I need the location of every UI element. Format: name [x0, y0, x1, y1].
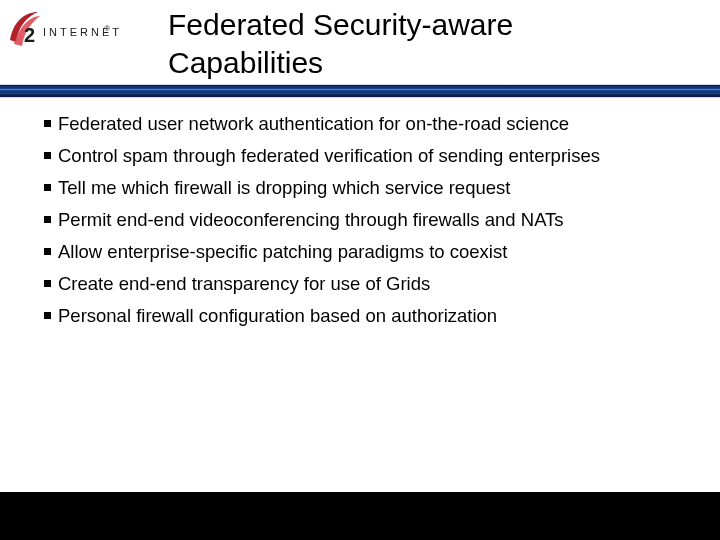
bullet-text: Control spam through federated verificat…: [58, 145, 600, 166]
logo-swoosh-icon: 2: [8, 10, 42, 50]
list-item: Permit end-end videoconferencing through…: [44, 208, 690, 232]
bullet-text: Federated user network authentication fo…: [58, 113, 569, 134]
header-divider-band: [0, 84, 720, 98]
list-item: Control spam through federated verificat…: [44, 144, 690, 168]
logo-mark: 2 INTERNET ®: [8, 10, 118, 50]
slide-title: Federated Security-aware Capabilities: [168, 6, 513, 82]
slide-header: 2 INTERNET ® Federated Security-aware Ca…: [0, 0, 720, 96]
svg-text:2: 2: [24, 24, 35, 46]
title-line-1: Federated Security-aware: [168, 8, 513, 41]
bullet-text: Personal firewall configuration based on…: [58, 305, 497, 326]
slide: 2 INTERNET ® Federated Security-aware Ca…: [0, 0, 720, 540]
list-item: Create end-end transparency for use of G…: [44, 272, 690, 296]
registered-icon: ®: [104, 24, 110, 33]
slide-body: Federated user network authentication fo…: [44, 112, 690, 336]
slide-footer-band: [0, 492, 720, 540]
internet2-logo: 2 INTERNET ®: [8, 10, 118, 50]
list-item: Allow enterprise-specific patching parad…: [44, 240, 690, 264]
logo-word: INTERNET: [43, 10, 122, 38]
bullet-text: Allow enterprise-specific patching parad…: [58, 241, 507, 262]
list-item: Personal firewall configuration based on…: [44, 304, 690, 328]
bullet-text: Create end-end transparency for use of G…: [58, 273, 430, 294]
bullet-text: Permit end-end videoconferencing through…: [58, 209, 564, 230]
title-line-2: Capabilities: [168, 46, 323, 79]
list-item: Tell me which firewall is dropping which…: [44, 176, 690, 200]
bullet-text: Tell me which firewall is dropping which…: [58, 177, 510, 198]
list-item: Federated user network authentication fo…: [44, 112, 690, 136]
